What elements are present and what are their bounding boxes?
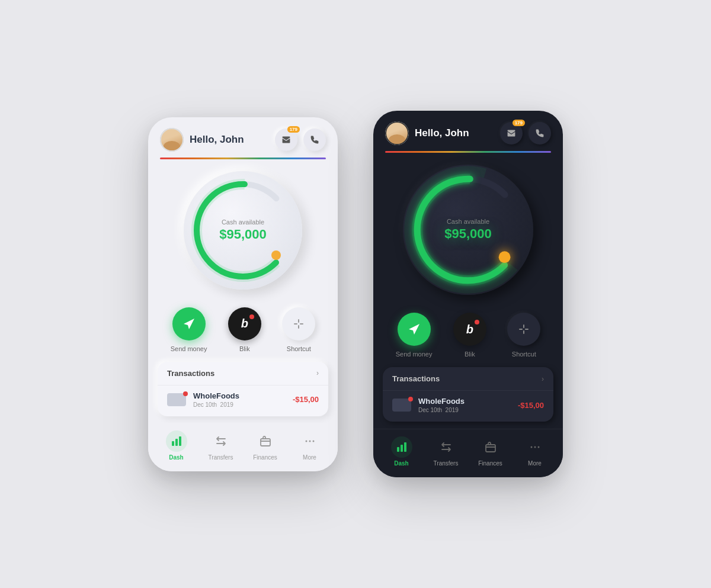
transaction-item-dark[interactable]: WholeFoods Dec 10th 2019 -$15,00 (383, 390, 553, 422)
send-money-label-dark: Send money (396, 351, 433, 358)
gauge-container-dark: Cash available $95,000 (403, 165, 533, 295)
mail-icon-light (281, 135, 291, 144)
blik-logo-light: b (241, 317, 248, 330)
send-money-btn-light[interactable] (172, 307, 206, 340)
shortcut-item-light[interactable]: Shortcut (282, 307, 315, 352)
blik-dot-light (249, 314, 254, 319)
svg-rect-7 (261, 439, 270, 446)
blik-logo-dark: b (466, 323, 473, 336)
blik-btn-dark[interactable]: b (453, 313, 486, 346)
nav-more-icon-wrap-light (299, 430, 321, 452)
phone-button-light[interactable] (303, 128, 326, 151)
nav-finances-icon-wrap-light (255, 430, 276, 452)
cash-label-light: Cash available (219, 219, 267, 226)
header-icons-dark: 179 (500, 122, 551, 144)
blik-item-light[interactable]: b Blik (228, 307, 261, 352)
gauge-container-light: Cash available $95,000 (184, 171, 302, 290)
send-money-item-light[interactable]: Send money (171, 307, 207, 352)
nav-more-icon-wrap-dark (524, 436, 546, 458)
nav-transfers-label-dark: Transfers (434, 460, 459, 467)
shortcut-icon-dark (518, 323, 530, 335)
phone-icon-dark (535, 128, 545, 138)
shortcut-label-light: Shortcut (287, 345, 311, 352)
nav-more-label-light: More (303, 454, 316, 461)
send-money-item-dark[interactable]: Send money (396, 313, 433, 358)
transaction-item-light[interactable]: WholeFoods Dec 10th 2019 -$15,00 (158, 385, 328, 416)
bottom-nav-dark: Dash Transfers Finances (373, 429, 563, 477)
nav-finances-label-dark: Finances (478, 460, 502, 467)
mail-button-light[interactable]: 179 (275, 128, 297, 151)
nav-transfers-icon-wrap-light (210, 430, 232, 452)
nav-finances-label-light: Finances (253, 454, 277, 461)
svg-rect-16 (397, 447, 399, 452)
cash-amount-light: $95,000 (219, 227, 267, 242)
nav-transfers-dark[interactable]: Transfers (424, 436, 468, 467)
nav-more-dark[interactable]: More (513, 436, 557, 467)
svg-point-21 (534, 446, 536, 448)
send-money-btn-dark[interactable] (398, 313, 431, 346)
svg-rect-5 (175, 439, 178, 446)
blik-dot-dark (475, 320, 479, 324)
svg-rect-4 (172, 441, 174, 446)
phone-icon-light (310, 135, 319, 144)
nav-finances-dark[interactable]: Finances (468, 436, 513, 467)
transactions-section-light: Transactions › WholeFoods Dec 10th 2019 … (158, 362, 328, 416)
svg-rect-6 (179, 436, 181, 446)
nav-finances-light[interactable]: Finances (243, 430, 287, 461)
shortcut-btn-light[interactable] (282, 307, 315, 340)
shortcut-item-dark[interactable]: Shortcut (507, 313, 540, 358)
transaction-amount-light: -$15,00 (293, 395, 319, 404)
transfers-icon-dark (440, 441, 452, 453)
transactions-header-dark[interactable]: Transactions › (383, 367, 553, 390)
transaction-info-dark: WholeFoods Dec 10th 2019 (418, 397, 511, 413)
gauge-section-light: Cash available $95,000 (148, 159, 338, 301)
greeting-dark: Hello, John (415, 127, 494, 139)
svg-rect-18 (404, 442, 406, 452)
send-money-label-light: Send money (171, 345, 207, 352)
svg-rect-19 (486, 445, 495, 452)
transactions-title-light: Transactions (167, 369, 214, 378)
transactions-section-dark: Transactions › WholeFoods Dec 10th 2019 … (383, 367, 553, 422)
dash-icon-light (171, 435, 182, 447)
shortcut-btn-dark[interactable] (507, 313, 540, 346)
blik-btn-light[interactable]: b (228, 307, 261, 340)
header-dark: Hello, John 179 (373, 111, 563, 151)
card-icon-light (167, 393, 186, 406)
nav-dash-dark[interactable]: Dash (379, 436, 424, 467)
phone-dark: Hello, John 179 (373, 111, 563, 477)
mail-icon-dark (507, 128, 516, 138)
more-icon-dark (529, 441, 541, 453)
actions-dark: Send money b Blik Shortcut (373, 307, 563, 367)
transaction-name-light: WholeFoods (193, 391, 286, 400)
nav-more-label-dark: More (528, 460, 542, 467)
transactions-title-dark: Transactions (392, 374, 440, 383)
blik-item-dark[interactable]: b Blik (453, 313, 486, 358)
nav-dash-label-light: Dash (169, 454, 183, 461)
finances-icon-light (260, 435, 271, 447)
phone-button-dark[interactable] (529, 122, 551, 144)
blik-label-dark: Blik (465, 351, 475, 358)
svg-point-10 (312, 440, 314, 442)
header-icons-light: 179 (275, 128, 326, 151)
dash-icon-dark (396, 441, 408, 453)
nav-dash-icon-wrap-light (166, 430, 187, 452)
cash-amount-dark: $95,000 (444, 226, 492, 242)
nav-more-light[interactable]: More (287, 430, 332, 461)
mail-badge-dark: 179 (513, 120, 525, 126)
shortcut-icon-light (293, 318, 305, 330)
mail-button-dark[interactable]: 179 (500, 122, 523, 144)
svg-point-9 (309, 440, 310, 442)
svg-point-8 (305, 440, 307, 442)
transaction-name-dark: WholeFoods (418, 397, 511, 406)
nav-transfers-light[interactable]: Transfers (198, 430, 243, 461)
transaction-date-dark: Dec 10th 2019 (418, 407, 511, 413)
nav-dash-light[interactable]: Dash (154, 430, 198, 461)
transactions-header-light[interactable]: Transactions › (158, 362, 328, 385)
send-money-icon-dark (407, 322, 421, 336)
avatar-light (160, 128, 184, 152)
svg-point-22 (537, 446, 539, 448)
svg-point-15 (499, 251, 511, 263)
card-icon-dark (392, 399, 411, 412)
nav-dash-label-dark: Dash (394, 460, 408, 467)
transfers-icon-light (215, 435, 227, 447)
